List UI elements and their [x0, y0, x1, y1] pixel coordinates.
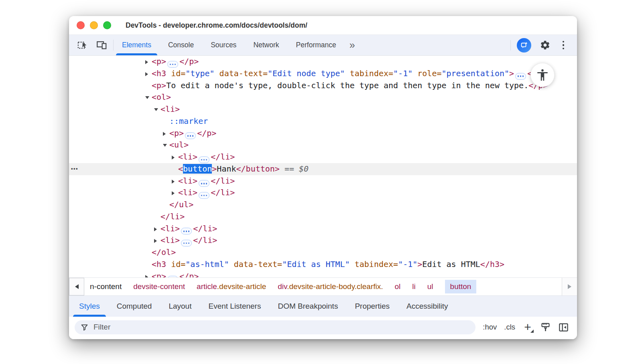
- collapsed-content-icon[interactable]: [181, 228, 192, 235]
- dom-tree-row[interactable]: <li></li>: [69, 175, 577, 187]
- toolbar-tabs: ElementsConsoleSourcesNetworkPerformance: [114, 35, 345, 55]
- panel-tab-computed[interactable]: Computed: [108, 296, 160, 317]
- screenshot-stage: DevTools - developer.chrome.com/docs/dev…: [0, 0, 642, 364]
- element-classes-button[interactable]: .cls: [504, 323, 515, 332]
- styles-filter-bar: :hov .cls +: [69, 317, 577, 338]
- close-button[interactable]: [77, 21, 85, 29]
- breadcrumb-part-el: devsite-content: [133, 282, 185, 291]
- dom-tree-row[interactable]: </ul>: [69, 199, 577, 211]
- expand-arrow-icon[interactable]: [145, 271, 152, 277]
- device-toolbar-icon[interactable]: [94, 38, 109, 53]
- dom-tree-row[interactable]: <p></p>: [69, 56, 577, 68]
- more-panels-icon[interactable]: »: [345, 35, 360, 55]
- inspect-icon[interactable]: [75, 38, 90, 53]
- collapse-arrow-icon[interactable]: [145, 91, 152, 103]
- panel-tab-event-listeners[interactable]: Event Listeners: [200, 296, 269, 317]
- breadcrumb-scroll-right-button[interactable]: [562, 278, 577, 295]
- dom-tree-row[interactable]: <h3 id="as-html" data-text="Edit as HTML…: [69, 259, 577, 271]
- breadcrumb-item-article-devsite-article[interactable]: article.devsite-article: [197, 282, 266, 291]
- breadcrumb-item-ol[interactable]: ol: [395, 282, 401, 291]
- code-token-tag: </li>: [211, 188, 235, 197]
- toggle-sidebar-icon[interactable]: [558, 322, 569, 333]
- dom-tree-row[interactable]: <ul>: [69, 139, 577, 151]
- tab-console[interactable]: Console: [160, 35, 202, 55]
- dom-tree-row[interactable]: <li></li>: [69, 187, 577, 199]
- styles-pane-tabs: StylesComputedLayoutEvent ListenersDOM B…: [69, 295, 577, 317]
- code-token-grayit: $0: [299, 164, 309, 174]
- breadcrumb-item-div-devsite-article-body-clearfix[interactable]: div.devsite-article-body.clearfix.: [278, 282, 383, 291]
- minimize-button[interactable]: [90, 21, 98, 29]
- breadcrumb-item-button[interactable]: button: [445, 280, 477, 293]
- panel-tab-accessibility[interactable]: Accessibility: [398, 296, 456, 317]
- code-token-txt: To edit a node's type, double-click the …: [166, 81, 528, 90]
- breadcrumb-item-ul[interactable]: ul: [427, 282, 433, 291]
- code-token-gray: ==: [280, 164, 299, 174]
- expand-arrow-icon[interactable]: [145, 68, 152, 80]
- collapse-arrow-icon[interactable]: [163, 139, 169, 151]
- code-token-tag: </li>: [193, 224, 217, 233]
- dom-tree-row[interactable]: </ol>: [69, 247, 577, 259]
- code-token-tag: <li>: [160, 104, 180, 114]
- dom-tree-row[interactable]: <p>To edit a node's type, double-click t…: [69, 80, 577, 92]
- dom-tree-row[interactable]: ::marker: [69, 115, 577, 127]
- breadcrumb-scroll-left-button[interactable]: [69, 278, 84, 295]
- breadcrumb-part-el: div: [278, 282, 287, 291]
- expand-arrow-icon[interactable]: [172, 187, 178, 199]
- window-bottom-edge: [69, 338, 577, 339]
- dom-tree-row[interactable]: <li></li>: [69, 151, 577, 163]
- window-titlebar: DevTools - developer.chrome.com/docs/dev…: [69, 16, 577, 35]
- dom-tree-row[interactable]: <p></p>: [69, 271, 577, 277]
- expand-arrow-icon[interactable]: [145, 56, 152, 68]
- filter-input[interactable]: [93, 322, 470, 332]
- panel-tab-dom-breakpoints[interactable]: DOM Breakpoints: [269, 296, 346, 317]
- expand-arrow-icon[interactable]: [172, 151, 178, 163]
- collapsed-content-icon[interactable]: [181, 240, 192, 247]
- toggle-element-state-button[interactable]: :hov: [483, 323, 497, 332]
- collapsed-content-icon[interactable]: [185, 132, 196, 139]
- dom-tree-row-selected[interactable]: •••<button>Hank</button> == $0: [69, 163, 577, 175]
- new-style-rule-icon[interactable]: +: [522, 322, 533, 333]
- breadcrumb-bar: n-contentdevsite-contentarticle.devsite-…: [69, 277, 577, 295]
- tab-performance[interactable]: Performance: [288, 35, 345, 55]
- collapsed-content-icon[interactable]: [167, 276, 178, 277]
- panel-tab-layout[interactable]: Layout: [160, 296, 200, 317]
- dom-tree-row[interactable]: <h3 id="type" data-text="Edit node type"…: [69, 68, 577, 80]
- code-token-tag: <li>: [160, 224, 180, 233]
- expand-arrow-icon[interactable]: [154, 235, 160, 247]
- collapse-arrow-icon[interactable]: [154, 103, 160, 115]
- panel-tab-properties[interactable]: Properties: [346, 296, 398, 317]
- dom-tree-row[interactable]: <ol>: [69, 91, 577, 103]
- code-token-tag: <li>: [178, 152, 197, 162]
- breadcrumb-item-n-content[interactable]: n-content: [90, 282, 122, 291]
- dom-tree-row[interactable]: </li>: [69, 211, 577, 223]
- breadcrumb-item-li[interactable]: li: [412, 282, 415, 291]
- collapsed-content-icon[interactable]: [515, 73, 526, 80]
- brush-icon[interactable]: [540, 322, 551, 333]
- dom-tree-row[interactable]: <p></p>: [69, 127, 577, 140]
- dom-tree-row[interactable]: <li></li>: [69, 235, 577, 247]
- zoom-button[interactable]: [103, 21, 111, 29]
- tab-network[interactable]: Network: [245, 35, 287, 55]
- code-token-val: "-1": [393, 69, 412, 78]
- tab-elements[interactable]: Elements: [114, 35, 160, 55]
- expand-arrow-icon[interactable]: [154, 223, 160, 235]
- expand-arrow-icon[interactable]: [163, 127, 169, 140]
- ai-assistant-icon[interactable]: [517, 38, 531, 53]
- breadcrumb-item-devsite-content[interactable]: devsite-content: [133, 282, 185, 291]
- collapsed-content-icon[interactable]: [199, 156, 209, 163]
- more-options-icon[interactable]: [559, 41, 568, 50]
- collapsed-content-icon[interactable]: [167, 61, 178, 68]
- expand-arrow-icon[interactable]: [172, 175, 178, 187]
- dom-tree-row[interactable]: <li></li>: [69, 223, 577, 235]
- panel-tab-styles[interactable]: Styles: [71, 296, 108, 317]
- breadcrumb-part-el: ol: [395, 282, 401, 291]
- breadcrumb: n-contentdevsite-contentarticle.devsite-…: [84, 278, 562, 295]
- dom-tree-row[interactable]: <li>: [69, 103, 577, 115]
- settings-gear-icon[interactable]: [537, 38, 553, 53]
- collapsed-content-icon[interactable]: [199, 180, 209, 187]
- style-filter-field[interactable]: [75, 320, 475, 334]
- row-actions-dots[interactable]: •••: [71, 163, 78, 175]
- code-token-tag: <h3: [152, 69, 166, 78]
- tab-sources[interactable]: Sources: [202, 35, 245, 55]
- collapsed-content-icon[interactable]: [199, 192, 209, 199]
